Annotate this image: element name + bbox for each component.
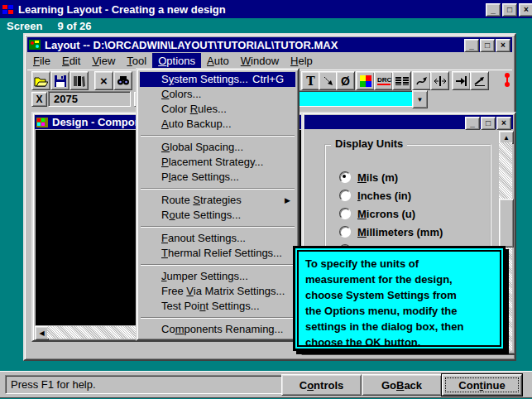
radio-button-icon[interactable] <box>339 208 351 219</box>
menu-item-route-strategies[interactable]: Route Strategies▶ <box>140 193 295 208</box>
maximize-button-layout[interactable]: □ <box>480 39 495 52</box>
menu-view[interactable]: View <box>86 53 121 69</box>
controls-button[interactable]: Controls <box>281 374 362 396</box>
x-coordinate-label: X <box>31 92 47 107</box>
app-icon[interactable] <box>2 3 15 16</box>
menu-options[interactable]: Options <box>152 53 201 69</box>
minimize-button-dialog[interactable]: _ <box>465 117 480 130</box>
layout-window-icon[interactable] <box>29 39 41 50</box>
arrow-up-icon: ▲ <box>503 134 510 142</box>
close-button-dialog[interactable]: × <box>496 117 511 130</box>
radio-label: Inches (in) <box>357 190 411 202</box>
forwardannotate-icon[interactable] <box>470 71 489 90</box>
layer-combo-field[interactable] <box>292 90 414 107</box>
submenu-arrow-icon: ▶ <box>285 193 290 208</box>
error-marker-icon[interactable] <box>498 71 515 89</box>
callout-line: choose System Settings from <box>305 287 493 303</box>
close-button-app[interactable]: × <box>519 3 532 17</box>
minimize-icon: _ <box>491 6 496 14</box>
drc-icon[interactable]: DRC <box>374 71 393 90</box>
callout-line: To specify the units of <box>305 256 493 272</box>
minimize-button-app[interactable]: _ <box>486 3 501 17</box>
layout-menubar: FileEditViewToolOptionsAutoWindowHelp <box>27 53 512 69</box>
menu-separator <box>141 317 295 319</box>
close-icon: × <box>501 119 506 127</box>
app-window-buttons: _□× <box>486 3 532 17</box>
radio-option-microns[interactable]: Microns (u) <box>339 204 445 223</box>
delete-icon[interactable]: × <box>94 71 113 90</box>
callout-line: the Options menu, modify the <box>305 303 493 319</box>
minimize-icon: _ <box>469 41 474 50</box>
radio-option-inches[interactable]: Inches (in) <box>339 186 445 204</box>
radio-label: Mils (m) <box>357 171 398 184</box>
go-back-button[interactable]: Go Back <box>362 374 442 396</box>
save-icon[interactable] <box>50 71 69 90</box>
app-titlebar: Learning Layout - Creating a new design <box>0 0 532 18</box>
layout-titlebar[interactable]: Layout -- D:\ORCADWIN\LAYOUT\TUTORIAL\TU… <box>27 37 512 52</box>
scrollbar-thumb[interactable] <box>499 199 514 248</box>
radio-button-icon[interactable] <box>339 171 351 183</box>
desktop: Learning Layout - Creating a new design … <box>0 0 532 399</box>
library-icon[interactable] <box>69 71 89 90</box>
colors-icon[interactable] <box>356 71 375 90</box>
menu-item-fanout-settings[interactable]: Fanout Settings... <box>140 231 295 246</box>
maximize-icon: □ <box>507 6 512 14</box>
text-tool-icon[interactable]: T <box>301 71 320 90</box>
component-icon[interactable] <box>392 71 411 90</box>
menu-item-thermal-relief-settings[interactable]: Thermal Relief Settings... <box>140 246 295 261</box>
layout-window-title: Layout -- D:\ORCADWIN\LAYOUT\TUTORIAL\TU… <box>45 39 338 51</box>
backannotate-icon[interactable] <box>452 71 471 90</box>
menu-item-jumper-settings[interactable]: Jumper Settings... <box>140 269 295 284</box>
menu-item-auto-backup[interactable]: Auto Backup... <box>140 117 295 132</box>
menu-item-system-settings[interactable]: System Settings...Ctrl+G <box>140 72 295 87</box>
x-coordinate-field[interactable]: 2075 <box>48 91 131 107</box>
maximize-button-app[interactable]: □ <box>502 3 517 17</box>
menu-item-components-renaming[interactable]: Components Renaming... <box>140 322 295 337</box>
maximize-button-dialog[interactable]: □ <box>481 117 496 130</box>
minimize-button-layout[interactable]: _ <box>464 39 479 52</box>
dimension-icon[interactable] <box>319 71 338 90</box>
menu-file[interactable]: File <box>27 53 56 69</box>
screen-counter-label: Screen <box>7 20 42 32</box>
menu-auto[interactable]: Auto <box>201 53 235 69</box>
menu-tool[interactable]: Tool <box>121 53 152 69</box>
chevron-down-icon: ▼ <box>417 96 424 103</box>
radio-option-millimeters[interactable]: Millimeters (mm) <box>339 223 445 241</box>
menu-separator <box>141 226 295 228</box>
tutorial-callout-text: To specify the units ofmeasurement for t… <box>297 250 501 347</box>
menu-item-test-point-settings[interactable]: Test Point Settings... <box>140 299 295 314</box>
menu-separator <box>141 264 295 266</box>
menu-window[interactable]: Window <box>235 53 285 69</box>
callout-line: choose the OK button. <box>305 334 493 347</box>
status-message: Press F1 for help. <box>5 375 285 394</box>
obstacle-icon[interactable]: Ø <box>336 71 355 90</box>
options-menu: System Settings...Ctrl+GColors...Color R… <box>136 68 300 341</box>
layer-combo-dropdown-button[interactable]: ▼ <box>412 90 428 108</box>
menu-edit[interactable]: Edit <box>56 53 86 69</box>
design-window-icon[interactable] <box>36 117 49 128</box>
menu-item-placement-strategy[interactable]: Placement Strategy... <box>140 155 295 170</box>
menu-item-global-spacing[interactable]: Global Spacing... <box>140 140 295 155</box>
tutorial-callout: To specify the units ofmeasurement for t… <box>293 246 506 351</box>
menu-separator <box>141 135 295 137</box>
find-icon[interactable] <box>113 71 132 90</box>
close-button-layout[interactable]: × <box>496 39 510 52</box>
callout-line: settings in the dialog box, then <box>305 319 493 334</box>
menu-item-colors[interactable]: Colors... <box>140 87 295 102</box>
menu-item-place-settings[interactable]: Place Settings... <box>140 170 295 185</box>
maximize-icon: □ <box>486 119 491 127</box>
screen-counter-value: 9 of 26 <box>57 20 91 32</box>
reconnect-icon[interactable] <box>412 71 431 90</box>
menu-help[interactable]: Help <box>285 53 319 69</box>
radio-button-icon[interactable] <box>339 190 351 201</box>
menu-item-color-rules[interactable]: Color Rules... <box>140 102 295 117</box>
open-icon[interactable] <box>31 71 50 90</box>
menu-item-route-settings[interactable]: Route Settings... <box>140 208 295 223</box>
callout-line: measurement for the design, <box>305 272 493 287</box>
density-icon[interactable] <box>430 71 449 90</box>
radio-option-mils[interactable]: Mils (m) <box>339 168 445 186</box>
radio-button-icon[interactable] <box>339 226 351 238</box>
menu-item-free-via-matrix-settings[interactable]: Free Via Matrix Settings... <box>140 284 295 299</box>
bottom-bar: Press F1 for help. ControlsGo BackContin… <box>0 371 532 398</box>
continue-button[interactable]: Continue <box>442 374 522 396</box>
